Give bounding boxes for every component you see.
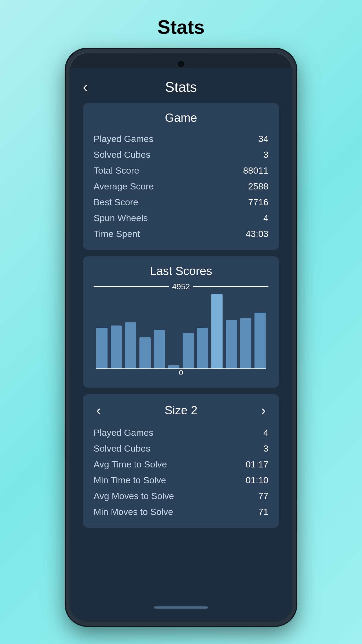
power-button[interactable] bbox=[66, 214, 67, 243]
chart-bar bbox=[96, 328, 108, 369]
size-stat-row: Avg Moves to Solve 77 bbox=[94, 488, 268, 504]
back-button[interactable]: ‹ bbox=[83, 79, 87, 95]
game-stat-row: Played Games 34 bbox=[94, 131, 268, 147]
size-stat-value: 3 bbox=[263, 443, 268, 454]
game-stat-value: 3 bbox=[263, 149, 268, 160]
chart-area: 0 bbox=[94, 294, 268, 380]
size-next-button[interactable]: › bbox=[258, 402, 268, 418]
game-stat-value: 34 bbox=[258, 134, 268, 144]
chart-bars bbox=[96, 294, 266, 380]
size-stat-value: 4 bbox=[263, 427, 268, 438]
game-stat-value: 7716 bbox=[248, 197, 268, 207]
size-stat-value: 01:17 bbox=[246, 459, 268, 470]
game-stat-row: Time Spent 43:03 bbox=[94, 226, 268, 242]
chart-bar bbox=[240, 318, 252, 369]
size-stat-label: Min Moves to Solve bbox=[94, 507, 173, 517]
size-card: ‹ Size 2 › Played Games 4 Solved Cubes 3… bbox=[83, 394, 279, 528]
size-stat-row: Solved Cubes 3 bbox=[94, 441, 268, 456]
page-title-outer: Stats bbox=[157, 16, 205, 38]
chart-bar bbox=[111, 325, 122, 369]
game-stat-row: Average Score 2588 bbox=[94, 178, 268, 194]
game-stat-label: Average Score bbox=[94, 181, 154, 192]
header: ‹ Stats bbox=[83, 74, 279, 103]
camera-notch bbox=[177, 60, 185, 68]
right-side-button[interactable] bbox=[295, 214, 296, 235]
chart-bar bbox=[197, 328, 208, 369]
game-stat-row: Total Score 88011 bbox=[94, 163, 268, 178]
game-stat-label: Best Score bbox=[94, 197, 138, 207]
size-stat-value: 71 bbox=[258, 507, 268, 517]
chart-bar bbox=[254, 313, 266, 369]
phone-screen: ‹ Stats Game Played Games 34 Solved Cube… bbox=[69, 68, 293, 622]
game-stat-label: Total Score bbox=[94, 165, 139, 176]
game-card-title: Game bbox=[94, 111, 268, 125]
size-stat-label: Avg Time to Solve bbox=[94, 459, 167, 470]
size-stat-row: Min Time to Solve 01:10 bbox=[94, 472, 268, 488]
size-stat-label: Avg Moves to Solve bbox=[94, 491, 174, 501]
last-scores-title: Last Scores bbox=[94, 264, 268, 278]
game-stat-label: Time Spent bbox=[94, 229, 140, 239]
game-stat-value: 88011 bbox=[243, 165, 268, 176]
chart-bar bbox=[139, 337, 151, 369]
size-stat-row: Played Games 4 bbox=[94, 425, 268, 441]
game-stat-value: 4 bbox=[263, 213, 268, 223]
size-stat-value: 77 bbox=[258, 491, 268, 501]
chart-bar bbox=[154, 330, 165, 369]
size-stat-value: 01:10 bbox=[246, 475, 268, 485]
size-stat-row: Avg Time to Solve 01:17 bbox=[94, 456, 268, 472]
size-nav: ‹ Size 2 › bbox=[94, 402, 268, 418]
volume-up-button[interactable] bbox=[66, 160, 67, 179]
chart-line-left bbox=[94, 286, 169, 287]
size-prev-button[interactable]: ‹ bbox=[94, 402, 104, 418]
game-stat-label: Spun Wheels bbox=[94, 213, 148, 223]
chart-bar bbox=[211, 294, 223, 369]
size-label: Size 2 bbox=[165, 404, 197, 417]
last-scores-card: Last Scores 4952 0 bbox=[83, 256, 279, 388]
game-stat-row: Best Score 7716 bbox=[94, 194, 268, 210]
chart-marker: 4952 bbox=[94, 282, 268, 291]
game-stat-value: 43:03 bbox=[246, 229, 268, 239]
size-stat-row: Min Moves to Solve 71 bbox=[94, 504, 268, 520]
phone-frame: ‹ Stats Game Played Games 34 Solved Cube… bbox=[66, 49, 296, 626]
game-stat-value: 2588 bbox=[248, 181, 268, 192]
game-stat-row: Spun Wheels 4 bbox=[94, 210, 268, 226]
chart-bar bbox=[226, 320, 237, 369]
game-card: Game Played Games 34 Solved Cubes 3 Tota… bbox=[83, 103, 279, 250]
size-stat-label: Played Games bbox=[94, 427, 153, 438]
header-title: Stats bbox=[165, 79, 197, 95]
volume-down-button[interactable] bbox=[66, 184, 67, 203]
game-stat-label: Solved Cubes bbox=[94, 149, 150, 160]
size-stat-label: Min Time to Solve bbox=[94, 475, 166, 485]
chart-bar bbox=[125, 322, 136, 369]
chart-marker-value: 4952 bbox=[172, 282, 190, 291]
chart-zero-label: 0 bbox=[179, 368, 183, 377]
game-stat-row: Solved Cubes 3 bbox=[94, 147, 268, 163]
game-stat-label: Played Games bbox=[94, 134, 153, 144]
size-stat-label: Solved Cubes bbox=[94, 443, 150, 454]
chart-bar bbox=[183, 333, 194, 369]
chart-line-right bbox=[193, 286, 268, 287]
bottom-indicator bbox=[154, 606, 208, 609]
